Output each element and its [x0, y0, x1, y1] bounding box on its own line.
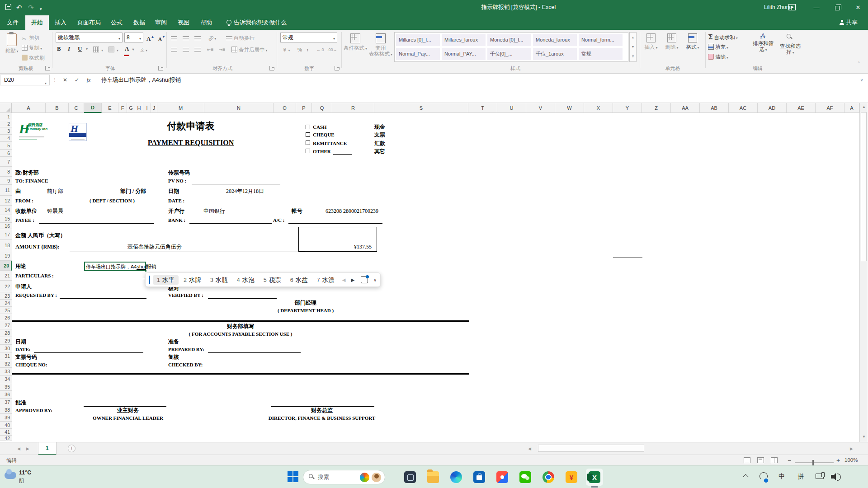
ime-candidate-4[interactable]: 4水泡 [233, 275, 259, 285]
tab-view[interactable]: 视图 [172, 15, 195, 30]
display-cast-icon[interactable] [816, 474, 824, 479]
page-break-view-icon[interactable] [771, 457, 778, 463]
new-sheet-button[interactable]: + [68, 445, 75, 452]
search-avatar-icon[interactable] [372, 473, 381, 482]
number-format-combo[interactable]: 常规▾ [280, 33, 337, 42]
hidden-icons-chevron-icon[interactable] [743, 474, 749, 480]
italic-button[interactable]: I [68, 44, 70, 53]
tab-page-layout[interactable]: 页面布局 [71, 15, 107, 30]
format-painter-button[interactable]: 格式刷 [22, 53, 45, 62]
name-box[interactable]: D20▾ [0, 75, 50, 85]
sheet-tab-1[interactable]: 1 [38, 442, 57, 455]
doc-checkbox[interactable] [306, 132, 310, 137]
wrap-text-button[interactable]: 自动换行 [226, 33, 255, 42]
cell-style-item[interactable]: Moneda_laroux [533, 34, 577, 46]
zoom-level[interactable]: 100% [844, 457, 858, 463]
hscroll-right-icon[interactable]: ▶ [850, 442, 853, 455]
phonetic-button[interactable]: 文▾ [140, 45, 147, 54]
ime-next-page-icon[interactable]: ▶ [348, 277, 357, 282]
cut-button[interactable]: ✂剪切 [22, 33, 39, 42]
wechat-icon[interactable] [517, 469, 534, 486]
pinned-app-red-icon[interactable] [494, 469, 511, 486]
sheet-prev-icon[interactable]: ◀ [17, 442, 20, 455]
vertical-scrollbar[interactable]: ▲ ▼ [859, 103, 868, 442]
cell-style-item[interactable]: Normal_PAY... [442, 48, 486, 60]
collapse-ribbon-icon[interactable]: ⌃ [857, 59, 861, 68]
horizontal-scrollbar[interactable] [536, 444, 848, 453]
merge-center-button[interactable]: 合并后居中▾ [231, 45, 268, 54]
bold-button[interactable]: B [57, 44, 61, 53]
percent-style-button[interactable]: % [297, 45, 302, 54]
sort-filter-button[interactable]: AZ▼ 排序和筛选▾ [751, 32, 775, 63]
decrease-indent-button[interactable]: ⇤≡ [207, 45, 213, 54]
file-explorer-icon[interactable] [425, 469, 442, 486]
normal-view-icon[interactable] [744, 457, 750, 463]
restore-button[interactable] [827, 0, 847, 15]
cell-style-item[interactable]: 常规 [579, 48, 623, 60]
ime-candidate-3[interactable]: 3水瓶 [206, 275, 232, 285]
page-layout-view-icon[interactable] [757, 457, 764, 463]
tab-file[interactable]: 文件 [1, 15, 24, 30]
number-dialog-launcher-icon[interactable] [335, 66, 339, 70]
quick-access-caret-icon[interactable]: ▾ [40, 5, 42, 14]
tab-data[interactable]: 数据 [127, 15, 151, 30]
close-button[interactable]: ✕ [848, 0, 868, 15]
top-align-button[interactable] [171, 33, 179, 42]
formula-input[interactable]: 停车场出口指示牌，A4shui报销 [101, 76, 181, 84]
weather-widget[interactable]: 11°C 阴 [4, 468, 53, 486]
start-button[interactable] [288, 471, 299, 483]
styles-gallery-scroll[interactable]: ▲▼⊽ [629, 32, 637, 62]
undo-icon[interactable]: ↶ [16, 3, 22, 12]
tab-help[interactable]: 帮助 [194, 15, 218, 30]
tab-insert[interactable]: 插入 [49, 15, 72, 30]
fill-button[interactable]: 填充▾ [708, 42, 728, 52]
ime-candidate-2[interactable]: 2水牌 [179, 275, 205, 285]
sync-status-icon[interactable] [760, 472, 768, 480]
paste-button[interactable]: 粘贴▾ [2, 32, 22, 63]
chrome-icon[interactable] [540, 469, 557, 486]
clear-button[interactable]: 清除▾ [708, 52, 728, 61]
pinned-app-dark-icon[interactable] [401, 469, 419, 486]
cell-style-item[interactable]: Millares_laroux [442, 34, 486, 46]
align-center-button[interactable] [183, 45, 190, 54]
microsoft-store-icon[interactable] [471, 469, 488, 486]
increase-indent-button[interactable]: ⇥≡ [219, 45, 225, 54]
accounting-format-button[interactable]: ￥▾ [282, 45, 290, 54]
format-as-table-button[interactable]: 套用表格格式▾ [369, 32, 392, 63]
alignment-dialog-launcher-icon[interactable] [269, 66, 274, 70]
enter-entry-button[interactable]: ✓ [71, 75, 82, 84]
underline-button[interactable]: U [78, 44, 82, 53]
fill-color-button[interactable]: ▾ [108, 45, 118, 54]
font-name-combo[interactable]: 微软雅黑▾ [56, 33, 123, 42]
cell-style-item[interactable]: Normal_Pay... [396, 48, 440, 60]
borders-button[interactable]: ▾ [93, 45, 103, 54]
save-icon[interactable] [5, 4, 11, 10]
cell-style-item[interactable]: Millares [0]_I... [396, 34, 440, 46]
ime-candidate-5[interactable]: 5税票 [259, 275, 285, 285]
sheet-next-icon[interactable]: ▶ [26, 442, 29, 455]
middle-align-button[interactable] [183, 33, 190, 42]
ime-scheme-indicator[interactable]: 拼 [797, 473, 804, 481]
share-button[interactable]: 共享 [834, 15, 863, 30]
orientation-button[interactable]: ab▾ [208, 33, 216, 42]
font-dialog-launcher-icon[interactable] [158, 66, 163, 70]
insert-cells-button[interactable]: 插入▾ [642, 32, 660, 63]
search-box[interactable]: 搜索 [303, 470, 385, 484]
zoom-slider[interactable] [795, 462, 834, 463]
ime-candidate-6[interactable]: 6水盆 [286, 275, 312, 285]
ime-candidate-7[interactable]: 7水漂 [313, 275, 339, 285]
cell-style-item[interactable]: 千位_1aroux [533, 48, 577, 60]
doc-checkbox[interactable] [306, 149, 310, 153]
font-color-button[interactable]: A▾ [125, 44, 134, 53]
speaker-icon[interactable] [831, 475, 834, 479]
cell-style-item[interactable]: Normal_form... [579, 34, 623, 46]
delete-cells-button[interactable]: 删除▾ [663, 32, 681, 63]
cell-style-item[interactable]: Moneda [0]_I... [487, 34, 531, 46]
user-name[interactable]: Lilith Zhong [764, 4, 792, 10]
hscroll-left-icon[interactable]: ◀ [528, 442, 531, 455]
clipboard-dialog-launcher-icon[interactable] [45, 66, 50, 70]
format-cells-button[interactable]: 格式▾ [684, 32, 702, 63]
align-left-button[interactable] [171, 45, 179, 54]
expand-formula-bar-icon[interactable]: ∨ [856, 75, 867, 84]
scroll-down-icon[interactable]: ▼ [861, 434, 867, 440]
